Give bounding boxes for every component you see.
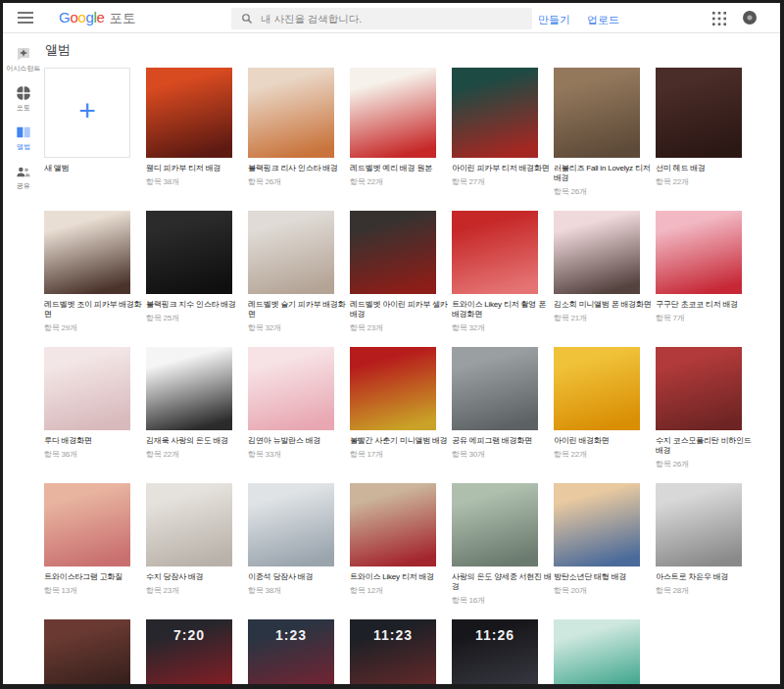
album-thumbnail xyxy=(248,483,334,566)
album-card[interactable]: 방탄소년단 태형 배경 항목 20개 xyxy=(554,483,640,606)
apps-grid-icon[interactable] xyxy=(712,12,726,25)
album-card[interactable]: 볼빨간 사춘기 미니앨범 배경 항목 17개 xyxy=(350,347,436,469)
album-title: 트와이스 Likey 티저 촬영 폰 배경화면 xyxy=(452,300,553,320)
album-card[interactable]: 사랑의 온도 양세종 서현진 배경 항목 16개 xyxy=(452,483,538,606)
album-thumbnail xyxy=(452,68,538,158)
album-title: 아이린 배경화면 xyxy=(554,436,655,446)
album-card[interactable]: 구구단 초코코 티저 배경 항목 7개 xyxy=(656,211,742,333)
album-thumbnail xyxy=(248,211,334,294)
album-card[interactable]: 트와이스 채영 항목 20개 xyxy=(44,619,130,689)
album-thumbnail xyxy=(554,483,640,566)
new-album-card[interactable]: + 새 앨범 xyxy=(44,68,130,197)
album-title: 이종석 당잠사 배경 xyxy=(248,572,349,582)
album-card[interactable]: 아스트로 차은우 배경 항목 28개 xyxy=(656,483,742,606)
album-card[interactable]: 수지 당잠사 배경 항목 23개 xyxy=(146,483,232,606)
album-thumbnail xyxy=(656,483,742,566)
album-count: 항목 17개 xyxy=(350,449,436,460)
album-card[interactable]: 루다 배경화면 항목 36개 xyxy=(44,347,130,469)
top-bar: Google 포토 만들기 업로드 xyxy=(3,3,780,33)
album-card[interactable]: 트와이스 Likey 티저 배경 항목 12개 xyxy=(350,483,436,606)
sidebar-item-sharing[interactable]: 공유 xyxy=(3,164,44,190)
photo-overlay-text: 11:26 xyxy=(452,627,538,643)
search-icon xyxy=(241,13,253,25)
album-count: 항목 22개 xyxy=(350,176,436,187)
assistant-icon xyxy=(16,46,31,62)
album-count: 항목 21개 xyxy=(554,313,640,323)
album-card[interactable]: 11:26 트와이스 사나 다현 MLB 항목 15개 xyxy=(452,619,538,689)
albums-page: 앨범 + 새 앨범 웬디 피카부 티저 배경 항목 38개 블랙핑크 리사 인스… xyxy=(44,33,780,689)
album-count: 항목 22개 xyxy=(656,176,742,187)
album-card[interactable]: 레드벨벳 예리 배경 원본 항목 22개 xyxy=(350,68,436,197)
photo-overlay-text: 7:20 xyxy=(146,627,232,643)
album-card[interactable]: 레드벨벳 아이린 피카부 셀카 배경 항목 23개 xyxy=(350,211,436,333)
album-title: 김재욱 사랑의 온도 배경 xyxy=(146,436,247,446)
album-count: 항목 32개 xyxy=(248,322,334,333)
album-card[interactable]: 공유 에피그램 배경화면 항목 30개 xyxy=(452,347,538,469)
search-input[interactable] xyxy=(261,13,532,25)
album-card[interactable]: 웬디 피카부 티저 배경 항목 38개 xyxy=(146,68,232,197)
sidebar-item-assistant[interactable]: 어시스턴트 xyxy=(3,46,44,73)
album-count: 항목 38개 xyxy=(248,585,334,596)
album-title: 공유 에피그램 배경화면 xyxy=(452,436,553,446)
album-card[interactable]: 아이유 꽃갈피 둘 배경 항목 41개 xyxy=(554,619,640,689)
logo-letter: g xyxy=(85,9,93,25)
sidebar-item-label: 포토 xyxy=(3,103,44,112)
album-count: 항목 27개 xyxy=(452,176,538,187)
create-button[interactable]: 만들기 xyxy=(538,13,570,27)
album-title: 레드벨벳 예리 배경 원본 xyxy=(350,164,451,173)
album-thumbnail: 11:23 xyxy=(350,619,436,689)
album-count: 항목 22개 xyxy=(554,449,640,460)
sidebar-item-albums[interactable]: 앨범 xyxy=(3,124,44,151)
account-avatar[interactable] xyxy=(743,11,757,25)
album-card[interactable]: 김소희 미니앨범 폰 배경화면 항목 21개 xyxy=(554,211,640,333)
album-card[interactable]: 레드벨벳 슬기 피카부 배경화면 항목 32개 xyxy=(248,211,334,333)
album-count: 항목 26개 xyxy=(248,176,334,187)
photos-icon xyxy=(16,85,31,101)
album-count: 항목 7개 xyxy=(656,313,742,323)
album-thumbnail xyxy=(452,483,538,566)
album-card[interactable]: 트와이스타그램 고화질 항목 13개 xyxy=(44,483,130,606)
album-row: 트와이스 채영 항목 20개 7:20 트와이스 미나 지효 MLB 항목 25… xyxy=(44,619,780,689)
album-count: 항목 16개 xyxy=(452,595,538,606)
sidebar-item-photos[interactable]: 포토 xyxy=(3,85,44,112)
album-count: 항목 33개 xyxy=(248,449,334,460)
menu-icon[interactable] xyxy=(18,9,33,26)
album-card[interactable]: 블랙핑크 리사 인스타 배경 항목 26개 xyxy=(248,68,334,197)
album-card[interactable]: 11:23 트와이스 모모 정연 MLB 항목 15개 xyxy=(350,619,436,689)
album-count: 항목 36개 xyxy=(44,449,130,460)
album-card[interactable]: 러블리즈 Fall in Lovelyz 티저 배경 항목 26개 xyxy=(554,68,640,197)
album-count: 항목 26개 xyxy=(554,186,640,197)
album-card[interactable]: 블랙핑크 지수 인스타 배경 항목 25개 xyxy=(146,211,232,333)
album-thumbnail xyxy=(44,483,130,566)
album-thumbnail xyxy=(350,483,436,566)
album-title: 수지 코스모폴리탄 비하인드 배경 xyxy=(656,436,757,456)
album-card[interactable]: 트와이스 Likey 티저 촬영 폰 배경화면 항목 32개 xyxy=(452,211,538,333)
sidebar-item-label: 어시스턴트 xyxy=(3,64,44,73)
album-thumbnail xyxy=(350,211,436,294)
album-card[interactable]: 1:23 트와이스 나연 쯔위 MLB 항목 20개 xyxy=(248,619,334,689)
album-card[interactable]: 선미 헤드 배경 항목 22개 xyxy=(656,68,742,197)
album-thumbnail: 1:23 xyxy=(248,619,334,689)
upload-button[interactable]: 업로드 xyxy=(587,13,619,27)
album-thumbnail xyxy=(44,211,130,294)
albums-icon xyxy=(16,124,31,140)
search-bar[interactable] xyxy=(231,8,532,29)
google-photos-window: Google 포토 만들기 업로드 xyxy=(0,0,784,689)
album-title: 아스트로 차은우 배경 xyxy=(656,572,757,582)
album-card[interactable]: 아이린 피카부 티저 배경화면 항목 27개 xyxy=(452,68,538,197)
album-card[interactable]: 김재욱 사랑의 온도 배경 항목 22개 xyxy=(146,347,232,469)
album-card[interactable]: 레드벨벳 조이 피카부 배경화면 항목 29개 xyxy=(44,211,130,333)
album-title: 트와이스타그램 고화질 xyxy=(44,572,145,582)
album-card[interactable]: 수지 코스모폴리탄 비하인드 배경 항목 26개 xyxy=(656,347,742,469)
album-card[interactable]: 김연아 뉴발란스 배경 항목 33개 xyxy=(248,347,334,469)
album-thumbnail: 7:20 xyxy=(146,619,232,689)
album-card[interactable]: 7:20 트와이스 미나 지효 MLB 항목 25개 xyxy=(146,619,232,689)
album-thumbnail xyxy=(146,68,232,158)
album-card[interactable]: 아이린 배경화면 항목 22개 xyxy=(554,347,640,469)
album-thumbnail xyxy=(248,68,334,158)
album-thumbnail xyxy=(554,68,640,158)
album-thumbnail xyxy=(146,347,232,430)
google-photos-logo[interactable]: Google 포토 xyxy=(59,9,136,27)
album-card[interactable]: 이종석 당잠사 배경 항목 38개 xyxy=(248,483,334,606)
plus-icon: + xyxy=(78,96,96,125)
